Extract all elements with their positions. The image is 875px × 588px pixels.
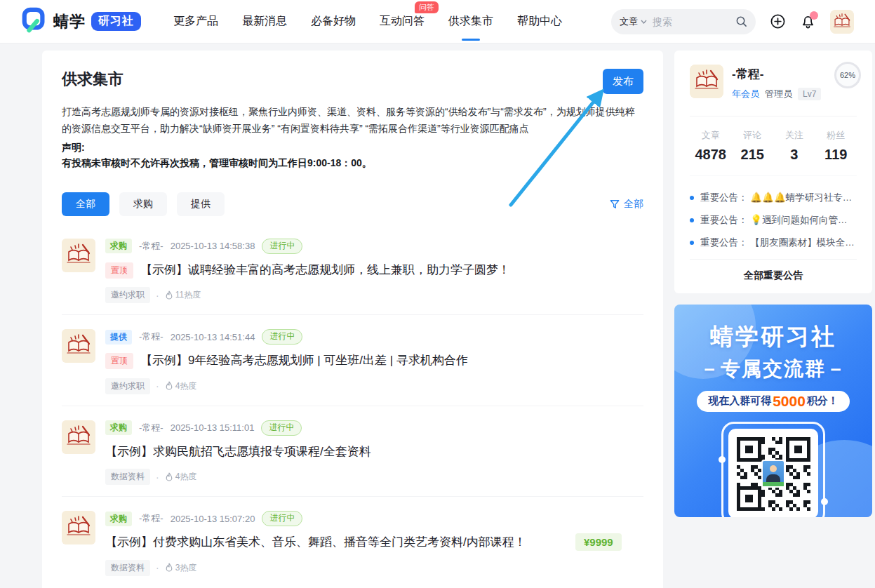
post-category-tag[interactable]: 邀约求职	[105, 287, 150, 303]
post-list: 求购 -常程- 2025-10-13 14:58:38 进行中 置顶 【示例】诚…	[62, 225, 643, 587]
post-price-badge: ¥9999	[575, 533, 622, 551]
promo-banner[interactable]: 蜻学研习社 －专属交流群－ 现在入群可得5000积分！	[674, 305, 872, 517]
post-author[interactable]: -常程-	[139, 512, 163, 525]
post-status-badge: 进行中	[262, 329, 302, 345]
nav-item-more-products[interactable]: 更多产品	[173, 0, 218, 44]
post-author-avatar[interactable]	[62, 329, 95, 363]
post-type-badge: 求购	[105, 239, 132, 253]
page-description: 打造高考志愿规划师专属的资源对接枢纽，聚焦行业内师资、渠道、资料、服务等资源的“…	[62, 104, 643, 137]
notifications-bell-icon[interactable]	[800, 13, 816, 29]
brand-name: 蜻学	[53, 11, 86, 32]
qr-code	[728, 429, 818, 517]
search-bar: 文章	[611, 9, 756, 34]
brand-suffix-badge: 研习社	[91, 12, 141, 31]
dot-separator: ·	[156, 290, 159, 301]
stat-fans[interactable]: 粉丝 119	[815, 129, 857, 163]
notification-dot	[810, 11, 818, 20]
funnel-icon	[610, 199, 620, 209]
post-title[interactable]: 【示例】诚聘经验丰富的高考志愿规划师，线上兼职，助力学子圆梦！	[140, 261, 643, 279]
post-author-avatar[interactable]	[62, 239, 95, 272]
post-date: 2025-10-13 14:51:44	[171, 332, 255, 342]
search-icon[interactable]	[735, 15, 747, 27]
nav-item-market[interactable]: 供求集市	[448, 0, 493, 44]
nav-item-latest-news[interactable]: 最新消息	[242, 0, 287, 44]
top-navbar: 蜻学 研习社 更多产品 最新消息 必备好物 互动问答 问答 供求集市 帮助中心 …	[0, 0, 875, 44]
post-category-tag[interactable]: 数据资料	[105, 469, 150, 485]
post-date: 2025-10-13 15:11:01	[171, 422, 255, 433]
search-input[interactable]	[653, 16, 714, 27]
nav-item-help-center[interactable]: 帮助中心	[517, 0, 562, 44]
announcement-item[interactable]: 重要公告： 🔔🔔🔔蜻学研习社专属交...	[690, 192, 857, 204]
profile-progress-ring: 62%	[834, 62, 861, 88]
qr-center-photo	[761, 460, 785, 488]
post-category-tag[interactable]: 邀约求职	[105, 378, 150, 394]
stat-articles[interactable]: 文章 4878	[690, 129, 732, 163]
post-category-tag[interactable]: 数据资料	[105, 560, 150, 576]
announcement-item[interactable]: 重要公告： 💡遇到问题如何向管理员反...	[690, 214, 857, 227]
user-avatar[interactable]	[830, 10, 854, 34]
post-status-badge: 进行中	[262, 511, 302, 526]
filter-tabs-row: 全部 求购 提供 全部	[62, 192, 643, 216]
brand-q-icon	[21, 7, 48, 36]
post-date: 2025-10-13 14:58:38	[171, 241, 255, 251]
post-author[interactable]: -常程-	[139, 330, 163, 343]
tab-offer[interactable]: 提供	[177, 192, 225, 216]
all-announcements-link[interactable]: 全部重要公告	[690, 259, 857, 282]
member-badge: 年会员	[732, 88, 759, 100]
level-badge: Lv7	[798, 88, 821, 100]
pinned-badge: 置顶	[105, 262, 133, 279]
profile-name[interactable]: -常程-	[732, 66, 821, 82]
navbar-actions: 文章	[611, 9, 854, 34]
post-title[interactable]: 【示例】9年经验高考志愿规划师 | 可坐班/出差 | 寻求机构合作	[140, 352, 643, 370]
post-author-avatar[interactable]	[62, 511, 95, 544]
active-nav-underline	[462, 39, 480, 41]
profile-avatar[interactable]	[690, 65, 723, 98]
filter-button[interactable]: 全部	[610, 198, 643, 211]
tab-wanted[interactable]: 求购	[119, 192, 167, 216]
post-status-badge: 进行中	[261, 420, 302, 436]
nav-item-must-haves[interactable]: 必备好物	[311, 0, 356, 44]
search-category-select[interactable]: 文章	[620, 15, 647, 28]
post-title[interactable]: 【示例】付费求购山东省美术、音乐、舞蹈、播音等全门类艺考资料/内部课程！	[105, 533, 568, 552]
post-status-badge: 进行中	[262, 239, 302, 254]
dot-separator: ·	[156, 380, 159, 392]
sidebar: -常程- 年会员 管理员 Lv7 62% 文章 4878	[674, 51, 872, 517]
chevron-down-icon	[641, 20, 647, 24]
create-post-icon[interactable]	[770, 13, 786, 29]
banner-reward-pill: 现在入群可得5000积分！	[697, 391, 850, 412]
stat-comments[interactable]: 评论 215	[732, 129, 774, 163]
nav-item-qa[interactable]: 互动问答 问答	[380, 0, 425, 44]
post-row: 提供 -常程- 2025-10-13 14:51:44 进行中 置顶 【示例】9…	[62, 315, 643, 406]
post-title[interactable]: 【示例】求购民航招飞志愿填报专项课程/全套资料	[105, 443, 643, 461]
main-navigation: 更多产品 最新消息 必备好物 互动问答 问答 供求集市 帮助中心	[173, 0, 562, 44]
post-row: 求购 -常程- 2025-10-13 15:07:20 进行中 【示例】付费求购…	[62, 497, 643, 587]
post-type-badge: 提供	[105, 330, 132, 345]
banner-title: 蜻学研习社	[674, 321, 872, 353]
post-author[interactable]: -常程-	[139, 422, 163, 434]
brand-logo[interactable]: 蜻学 研习社	[21, 7, 141, 36]
post-row: 求购 -常程- 2025-10-13 14:58:38 进行中 置顶 【示例】诚…	[62, 225, 643, 316]
profile-stats: 文章 4878 评论 215 关注 3 粉丝 119	[690, 116, 857, 176]
tab-all[interactable]: 全部	[62, 192, 109, 216]
bullet-dot	[690, 218, 694, 222]
stat-following[interactable]: 关注 3	[773, 129, 815, 163]
announcement-item[interactable]: 重要公告： 【朋友圈素材】模块全新升...	[690, 236, 857, 249]
heat-flame-icon	[165, 290, 173, 300]
announcement-list: 重要公告： 🔔🔔🔔蜻学研习社专属交... 重要公告： 💡遇到问题如何向管理员反.…	[690, 176, 857, 249]
post-author[interactable]: -常程-	[139, 240, 163, 253]
post-author-avatar[interactable]	[62, 420, 95, 454]
heat-flame-icon	[165, 472, 173, 482]
market-panel: 供求集市 发布 打造高考志愿规划师专属的资源对接枢纽，聚焦行业内师资、渠道、资料…	[42, 51, 663, 588]
notice-text: 有投稿未审核时不允许再次投稿，管理审核时间为工作日9:00-18：00。	[62, 155, 643, 171]
post-heat: 4热度	[165, 380, 197, 392]
post-heat: 4热度	[165, 471, 197, 483]
dot-separator: ·	[156, 472, 159, 483]
page-title: 供求集市	[62, 69, 123, 90]
reward-points: 5000	[773, 394, 806, 408]
profile-card: -常程- 年会员 管理员 Lv7 62% 文章 4878	[674, 51, 872, 293]
bullet-dot	[690, 196, 694, 200]
dot-separator: ·	[156, 562, 159, 573]
qr-frame	[721, 422, 825, 517]
heat-flame-icon	[165, 563, 173, 573]
publish-button[interactable]: 发布	[603, 69, 643, 94]
